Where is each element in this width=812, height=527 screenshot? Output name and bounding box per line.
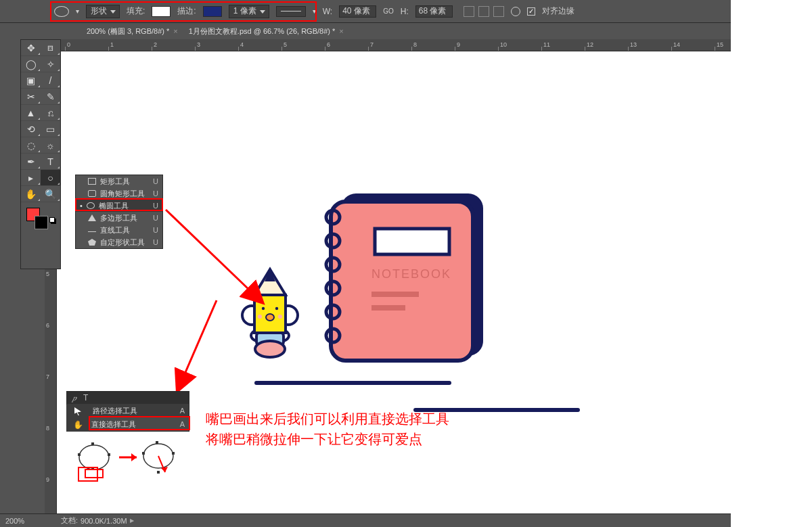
tool-artboard[interactable]: ⧈ (41, 40, 60, 56)
info-dropdown-icon[interactable]: ▶ (130, 518, 134, 524)
tool-pen[interactable]: ✒ (21, 154, 41, 170)
svg-point-15 (255, 341, 285, 357)
tool-wand[interactable]: ✧ (41, 56, 60, 72)
link-wh-icon[interactable]: GO (383, 7, 394, 15)
svg-point-22 (275, 307, 278, 310)
close-icon[interactable]: × (173, 27, 177, 35)
doc-tab-2[interactable]: 1月份图文教程.psd @ 66.7% (26, RGB/8#) *× (189, 26, 344, 37)
stroke-label: 描边: (177, 5, 196, 17)
tool-move[interactable]: ✥ (21, 40, 41, 56)
svg-rect-30 (108, 453, 110, 456)
bezier-demo (70, 437, 179, 484)
svg-rect-37 (156, 441, 158, 444)
zoom-level[interactable]: 200% (0, 517, 41, 525)
tool-zoom[interactable]: 🔍 (41, 186, 60, 202)
stroke-style-dropdown-icon[interactable]: ▾ (313, 7, 316, 15)
selection-tool-side-icons: ✋ (66, 405, 89, 432)
path-align-icon[interactable] (478, 6, 489, 17)
status-bar: 200% 文档:900.0K/1.30M ▶ (0, 513, 731, 527)
tool-ellipse[interactable]: ○ (41, 170, 60, 186)
stroke-width-select[interactable]: 1 像素 (229, 5, 269, 18)
svg-point-24 (258, 315, 262, 319)
shape-flyout-ellipse[interactable]: •椭圆工具U (76, 200, 162, 212)
document-tabs: 200% (椭圆 3, RGB/8#) *× 1月份图文教程.psd @ 66.… (87, 23, 344, 39)
fg-bg-swatches[interactable] (21, 206, 60, 229)
align-edges-checkbox[interactable]: ✓ (527, 7, 535, 16)
svg-rect-4 (375, 229, 449, 254)
tool-hand[interactable]: ✋ (21, 186, 41, 202)
doc-tab-1[interactable]: 200% (椭圆 3, RGB/8#) *× (87, 26, 178, 37)
w-label: W: (323, 7, 332, 16)
svg-rect-33 (85, 469, 103, 478)
shape-flyout-rect[interactable]: 矩形工具U (76, 175, 162, 187)
path-arrange-icon[interactable] (493, 6, 504, 17)
shape-flyout-custom[interactable]: 自定形状工具U (76, 236, 162, 248)
default-swatches-icon[interactable] (49, 217, 55, 223)
svg-point-21 (262, 307, 265, 310)
tool-blur[interactable]: ◌ (21, 137, 41, 154)
tool-eraser[interactable]: ▭ (41, 121, 60, 137)
background-swatch[interactable] (35, 216, 48, 229)
shape-flyout-rrect[interactable]: 圆角矩形工具U (76, 187, 162, 200)
photoshop-window: ▾ 形状 填充: 描边: 1 像素 ▾ W: 40 像素 GO H: 68 像素… (0, 0, 731, 527)
svg-rect-3 (331, 202, 473, 361)
svg-point-28 (79, 445, 109, 469)
svg-rect-29 (78, 453, 81, 456)
tool-crop[interactable]: ▣ (21, 72, 41, 89)
stroke-swatch[interactable] (203, 6, 222, 17)
tool-history[interactable]: ⟲ (21, 121, 41, 137)
tool-path[interactable]: ▸ (21, 170, 41, 186)
tool-eyedrop[interactable]: / (41, 72, 60, 89)
document-info[interactable]: 文档:900.0K/1.30M ▶ (61, 515, 134, 526)
shape-flyout-poly[interactable]: 多边形工具U (76, 212, 162, 224)
svg-rect-5 (371, 292, 419, 297)
svg-point-23 (266, 314, 274, 321)
tool-patch[interactable]: ✂ (21, 89, 41, 105)
path-select-icon[interactable] (74, 407, 81, 415)
tool-brush[interactable]: ▲ (21, 105, 41, 121)
shape-mode-select[interactable]: 形状 (86, 5, 120, 18)
horizontal-ruler[interactable]: 0123456789101112131415 (45, 39, 731, 51)
notebook-label: NOTEBOOK (371, 267, 451, 281)
annotation-text: 嘴巴画出来后我们可以利用直接选择工具 将嘴巴稍微拉伸一下让它变得可爱点 (206, 409, 449, 449)
shape-tool-flyout: 矩形工具U圆角矩形工具U•椭圆工具U多边形工具U直线工具U自定形状工具U (75, 175, 163, 249)
svg-point-25 (278, 315, 282, 319)
options-bar: ▾ 形状 填充: 描边: 1 像素 ▾ W: 40 像素 GO H: 68 像素… (0, 0, 731, 23)
path-operations-icon[interactable] (464, 6, 474, 17)
close-icon[interactable]: × (339, 27, 343, 35)
fill-label: 填充: (127, 5, 145, 17)
svg-rect-31 (91, 442, 94, 445)
tool-lasso[interactable]: ◯ (21, 56, 41, 72)
height-field[interactable]: 68 像素 (415, 5, 453, 18)
tool-stamp[interactable]: ⎌ (41, 105, 60, 121)
fill-swatch[interactable] (152, 6, 171, 17)
shape-flyout-line[interactable]: 直线工具U (76, 224, 162, 236)
h-label: H: (401, 7, 409, 16)
svg-rect-38 (157, 471, 160, 474)
width-field[interactable]: 40 像素 (339, 5, 376, 18)
tool-preset-dropdown-icon[interactable]: ▾ (76, 7, 79, 15)
tool-brush-heal[interactable]: ✎ (41, 89, 60, 105)
tool-dodge[interactable]: ☼ (41, 137, 60, 154)
svg-rect-6 (371, 305, 405, 311)
svg-rect-35 (142, 452, 145, 455)
shape-options-gear-icon[interactable] (511, 7, 520, 16)
stroke-style-select[interactable] (276, 6, 306, 17)
align-buttons (464, 6, 504, 17)
active-tool-ellipse-icon[interactable] (54, 6, 69, 17)
align-edges-label: 对齐边缘 (542, 5, 574, 17)
tool-panel: ✥⧈◯✧▣/✂✎▲⎌⟲▭◌☼✒T▸○✋🔍 (20, 39, 61, 269)
tool-type[interactable]: T (41, 154, 60, 170)
svg-rect-36 (172, 452, 175, 455)
